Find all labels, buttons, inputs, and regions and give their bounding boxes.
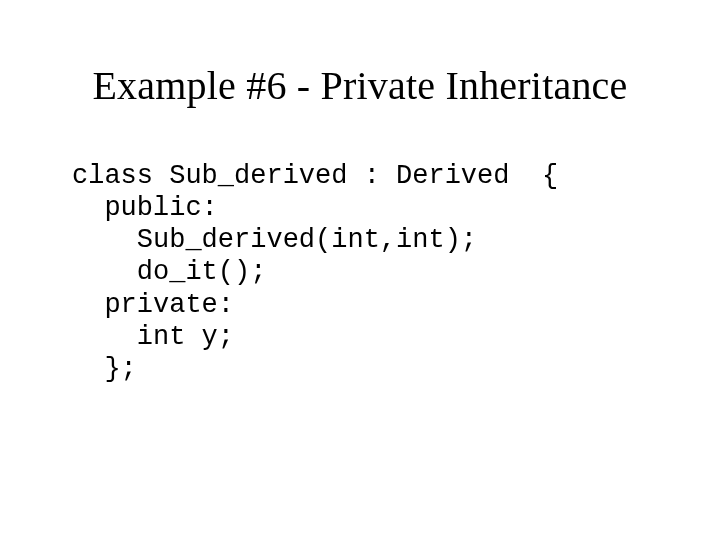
code-line: };	[72, 354, 137, 384]
slide: Example #6 - Private Inheritance class S…	[0, 0, 720, 540]
code-block: class Sub_derived : Derived { public: Su…	[72, 160, 558, 385]
code-line: class Sub_derived : Derived {	[72, 161, 558, 191]
code-line: Sub_derived(int,int);	[72, 225, 477, 255]
code-line: do_it();	[72, 257, 266, 287]
slide-title: Example #6 - Private Inheritance	[0, 62, 720, 109]
code-line: int y;	[72, 322, 234, 352]
code-line: private:	[72, 290, 234, 320]
code-line: public:	[72, 193, 218, 223]
